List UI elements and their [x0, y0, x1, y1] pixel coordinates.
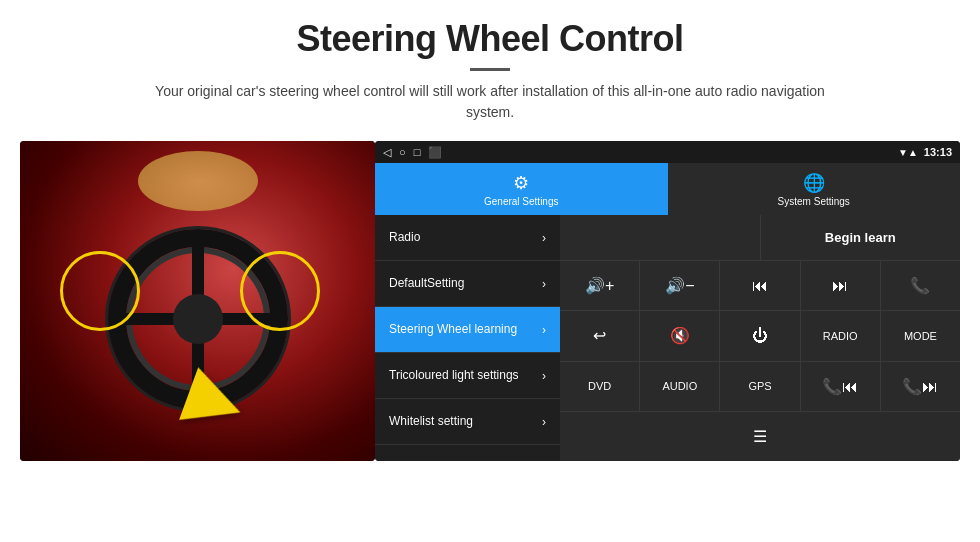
dvd-label: DVD: [588, 380, 611, 392]
header-section: Steering Wheel Control Your original car…: [0, 0, 980, 133]
dashboard-glow: [138, 151, 258, 211]
main-content: Radio › DefaultSetting › Steering Wheel …: [375, 215, 960, 461]
menu-item-steering-wheel[interactable]: Steering Wheel learning ›: [375, 307, 560, 353]
next-track-icon: ⏭: [832, 277, 848, 295]
content-section: ◁ ○ □ ⬛ ▼▲ 13:13 ⚙ General Settings 🌐: [0, 133, 980, 542]
mute-icon: 🔇: [670, 326, 690, 345]
controls-row-3: DVD AUDIO GPS 📞⏮ 📞⏭: [560, 362, 960, 412]
title-divider: [470, 68, 510, 71]
screenshot-icon[interactable]: ⬛: [428, 146, 442, 159]
chevron-right-icon: ›: [542, 277, 546, 291]
controls-row-4: ☰: [560, 412, 960, 461]
prev-track-icon: ⏮: [752, 277, 768, 295]
ctrl-empty-cell: [560, 215, 761, 260]
ctrl-back[interactable]: ↩: [560, 311, 640, 360]
ctrl-next-track[interactable]: ⏭: [801, 261, 881, 310]
power-icon: ⏻: [752, 327, 768, 345]
tab-system-label: System Settings: [778, 196, 850, 207]
ctrl-power[interactable]: ⏻: [720, 311, 800, 360]
menu-item-default-setting[interactable]: DefaultSetting ›: [375, 261, 560, 307]
status-time: 13:13: [924, 146, 952, 158]
radio-label: RADIO: [823, 330, 858, 342]
ctrl-dvd[interactable]: DVD: [560, 362, 640, 411]
arrow-wrapper: [187, 375, 242, 431]
page-subtitle: Your original car's steering wheel contr…: [150, 81, 830, 123]
general-settings-icon: ⚙: [513, 172, 529, 194]
steering-wheel-bg: [20, 141, 375, 461]
back-nav-icon: ↩: [593, 326, 606, 345]
recent-icon[interactable]: □: [414, 146, 421, 158]
phone-icon: 📞: [910, 276, 930, 295]
car-image: [20, 141, 375, 461]
controls-top-row: Begin learn: [560, 215, 960, 261]
phone-prev-icon: 📞⏮: [822, 377, 858, 396]
left-menu: Radio › DefaultSetting › Steering Wheel …: [375, 215, 560, 461]
chevron-right-icon: ›: [542, 231, 546, 245]
ctrl-mute[interactable]: 🔇: [640, 311, 720, 360]
menu-item-radio-label: Radio: [389, 230, 420, 244]
menu-item-whitelist-label: Whitelist setting: [389, 414, 473, 428]
chevron-right-icon: ›: [542, 415, 546, 429]
page-title: Steering Wheel Control: [10, 18, 970, 60]
ctrl-vol-up[interactable]: 🔊+: [560, 261, 640, 310]
gps-label: GPS: [748, 380, 771, 392]
menu-item-radio[interactable]: Radio ›: [375, 215, 560, 261]
tab-general-settings[interactable]: ⚙ General Settings: [375, 163, 668, 215]
controls-row-1: 🔊+ 🔊− ⏮ ⏭ 📞: [560, 261, 960, 311]
ctrl-gps[interactable]: GPS: [720, 362, 800, 411]
mode-label: MODE: [904, 330, 937, 342]
android-panel: ◁ ○ □ ⬛ ▼▲ 13:13 ⚙ General Settings 🌐: [375, 141, 960, 461]
phone-next-icon: 📞⏭: [902, 377, 938, 396]
ctrl-vol-down[interactable]: 🔊−: [640, 261, 720, 310]
tab-bar: ⚙ General Settings 🌐 System Settings: [375, 163, 960, 215]
menu-item-tricoloured[interactable]: Tricoloured light settings ›: [375, 353, 560, 399]
home-icon[interactable]: ○: [399, 146, 406, 158]
menu-item-whitelist[interactable]: Whitelist setting ›: [375, 399, 560, 445]
status-bar-right: ▼▲ 13:13: [898, 146, 952, 158]
arrow-icon: [179, 367, 250, 438]
controls-row-2: ↩ 🔇 ⏻ RADIO MODE: [560, 311, 960, 361]
page-wrapper: Steering Wheel Control Your original car…: [0, 0, 980, 542]
ctrl-menu[interactable]: ☰: [560, 412, 960, 461]
chevron-right-icon: ›: [542, 323, 546, 337]
vol-up-icon: 🔊+: [585, 276, 614, 295]
right-controls: Begin learn 🔊+ 🔊− ⏮: [560, 215, 960, 461]
ctrl-audio[interactable]: AUDIO: [640, 362, 720, 411]
ctrl-prev-track[interactable]: ⏮: [720, 261, 800, 310]
tab-general-label: General Settings: [484, 196, 559, 207]
ctrl-phone-next[interactable]: 📞⏭: [881, 362, 960, 411]
status-bar-left: ◁ ○ □ ⬛: [383, 146, 442, 159]
steering-wheel-center: [173, 294, 223, 344]
menu-item-steering-label: Steering Wheel learning: [389, 322, 517, 336]
menu-icon: ☰: [753, 427, 767, 446]
tab-system-settings[interactable]: 🌐 System Settings: [668, 163, 961, 215]
vol-down-icon: 🔊−: [665, 276, 694, 295]
chevron-right-icon: ›: [542, 369, 546, 383]
system-settings-icon: 🌐: [803, 172, 825, 194]
wifi-icon: ▼▲: [898, 147, 918, 158]
ctrl-phone-prev[interactable]: 📞⏮: [801, 362, 881, 411]
menu-item-tricoloured-label: Tricoloured light settings: [389, 368, 519, 382]
begin-learn-button[interactable]: Begin learn: [761, 215, 961, 260]
menu-item-default-label: DefaultSetting: [389, 276, 464, 290]
audio-label: AUDIO: [662, 380, 697, 392]
status-bar: ◁ ○ □ ⬛ ▼▲ 13:13: [375, 141, 960, 163]
ctrl-phone[interactable]: 📞: [881, 261, 960, 310]
back-icon[interactable]: ◁: [383, 146, 391, 159]
ctrl-mode[interactable]: MODE: [881, 311, 960, 360]
ctrl-radio[interactable]: RADIO: [801, 311, 881, 360]
